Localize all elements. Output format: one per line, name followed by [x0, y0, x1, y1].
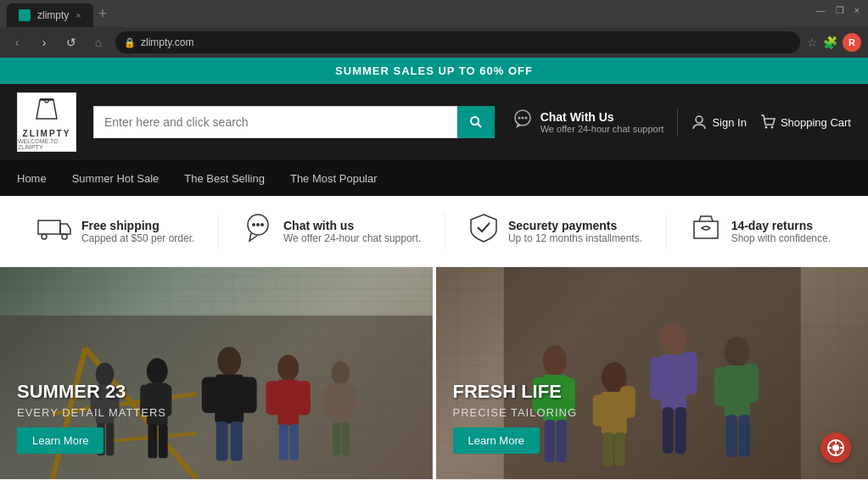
shipping-text: Free shipping Capped at $50 per order.: [81, 219, 194, 244]
bookmark-btn[interactable]: ☆: [807, 36, 818, 49]
extensions-btn[interactable]: 🧩: [823, 36, 837, 49]
browser-chrome: zlimpty × + — ❐ × ‹ › ↺ ⌂ 🔒 zlimpty.com …: [0, 0, 868, 58]
cart-button[interactable]: Shopping Cart: [760, 114, 851, 130]
search-button[interactable]: [457, 106, 495, 138]
logo-subtitle: WELCOME TO ZLIMPTY: [18, 138, 76, 150]
back-button[interactable]: ‹: [7, 36, 27, 49]
hero-left-banner: SUMMER 23 EVERY DETAIL MATTERS Learn Mor…: [0, 267, 433, 479]
returns-title: 14-day returns: [731, 219, 831, 232]
svg-point-6: [524, 117, 527, 120]
svg-rect-63: [602, 433, 613, 466]
promo-banner: SUMMER SALES UP TO 60% OFF: [0, 58, 868, 84]
divider-3: [666, 213, 667, 249]
header-actions: Chat With Us We offer 24-hour chat suppo…: [512, 109, 851, 136]
features-bar: Free shipping Capped at $50 per order. C…: [0, 196, 868, 267]
svg-point-53: [542, 345, 566, 376]
address-bar[interactable]: 🔒 zlimpty.com: [115, 31, 800, 53]
new-tab-button[interactable]: +: [98, 6, 108, 21]
browser-controls: ‹ › ↺ ⌂ 🔒 zlimpty.com ☆ 🧩 R: [0, 27, 868, 58]
active-tab[interactable]: zlimpty ×: [7, 3, 93, 27]
navigation-bar: Home Summer Hot Sale The Best Selling Th…: [0, 160, 868, 196]
hero-right-tag: FRESH LIFE: [453, 381, 578, 403]
hero-left-sub: EVERY DETAIL MATTERS: [17, 406, 166, 419]
svg-point-78: [832, 444, 839, 451]
svg-rect-75: [725, 415, 736, 457]
sign-in-label: Sign In: [712, 116, 746, 129]
svg-point-9: [770, 126, 773, 129]
nav-item-most-popular[interactable]: The Most Popular: [290, 162, 378, 195]
svg-rect-45: [289, 424, 299, 460]
chat-feature-text: Chat with us We offer 24-hour chat suppo…: [283, 219, 421, 244]
cart-label: Shopping Cart: [781, 116, 851, 129]
feature-returns: 14-day returns Shop with confidence.: [691, 213, 831, 249]
nav-item-best-selling[interactable]: The Best Selling: [184, 162, 265, 195]
header-divider: [677, 109, 678, 136]
svg-point-7: [696, 116, 703, 123]
svg-line-2: [478, 124, 481, 127]
address-lock-icon: 🔒: [124, 37, 136, 48]
tab-title: zlimpty: [37, 9, 69, 21]
window-close[interactable]: ×: [854, 5, 860, 16]
feature-payments: Securety payments Up to 12 months instal…: [469, 213, 642, 249]
search-bar: [93, 106, 495, 138]
svg-rect-64: [614, 433, 624, 466]
nav-item-home[interactable]: Home: [17, 162, 47, 195]
site-header: ZLIMPTY WELCOME TO ZLIMPTY Cha: [0, 84, 868, 160]
svg-point-11: [42, 234, 47, 239]
home-button[interactable]: ⌂: [88, 36, 109, 49]
svg-point-71: [724, 337, 749, 367]
chat-feature-title: Chat with us: [283, 219, 421, 232]
feature-shipping: Free shipping Capped at $50 per order.: [37, 213, 194, 249]
chat-title: Chat With Us: [540, 110, 664, 124]
nav-item-hot-sale[interactable]: Summer Hot Sale: [72, 162, 160, 195]
tab-close-btn[interactable]: ×: [76, 10, 81, 20]
hero-left-content: SUMMER 23 EVERY DETAIL MATTERS Learn Mor…: [17, 381, 166, 454]
chat-subtitle: We offer 24-hour chat support: [540, 124, 664, 134]
window-restore[interactable]: ❐: [836, 5, 844, 16]
logo-name: ZLIMPTY: [23, 129, 71, 138]
chat-widget: Chat With Us We offer 24-hour chat suppo…: [512, 109, 664, 136]
shipping-title: Free shipping: [81, 219, 194, 232]
svg-point-1: [471, 117, 479, 125]
returns-text: 14-day returns Shop with confidence.: [731, 219, 831, 244]
hero-right-cta[interactable]: Learn More: [453, 427, 540, 454]
profile-button[interactable]: R: [843, 33, 861, 52]
svg-rect-43: [296, 381, 311, 415]
svg-rect-69: [662, 407, 673, 454]
logo-image: [33, 95, 60, 127]
svg-rect-62: [619, 386, 635, 418]
svg-rect-50: [333, 423, 340, 456]
search-input[interactable]: [93, 106, 457, 138]
reload-button[interactable]: ↺: [61, 36, 81, 49]
svg-rect-49: [344, 386, 356, 416]
svg-rect-35: [215, 374, 244, 423]
svg-rect-70: [675, 407, 686, 454]
svg-rect-61: [592, 394, 608, 427]
payments-text: Securety payments Up to 12 months instal…: [508, 219, 642, 244]
browser-tabs: zlimpty × + — ❐ ×: [0, 0, 868, 27]
hero-left-tag: SUMMER 23: [17, 381, 166, 403]
svg-rect-41: [277, 380, 299, 426]
window-minimize[interactable]: —: [816, 5, 826, 16]
svg-point-8: [764, 126, 767, 129]
browser-actions: ☆ 🧩 R: [807, 33, 861, 52]
hero-section: SUMMER 23 EVERY DETAIL MATTERS Learn Mor…: [0, 267, 868, 479]
svg-rect-68: [680, 352, 697, 394]
payments-title: Securety payments: [508, 219, 642, 232]
svg-point-4: [518, 117, 520, 120]
site-logo[interactable]: ZLIMPTY WELCOME TO ZLIMPTY: [17, 92, 76, 152]
chat-info: Chat With Us We offer 24-hour chat suppo…: [540, 110, 664, 134]
returns-icon: [691, 213, 721, 249]
fab-button[interactable]: [820, 433, 851, 463]
sign-in-button[interactable]: Sign In: [692, 114, 746, 130]
payments-icon: [469, 213, 498, 249]
hero-left-cta[interactable]: Learn More: [17, 427, 104, 454]
svg-rect-39: [231, 421, 243, 460]
svg-rect-38: [216, 421, 228, 460]
svg-rect-67: [649, 357, 666, 399]
hero-right-content: FRESH LIFE PRECISE TAILORING Learn More: [453, 381, 578, 454]
feature-chat: Chat with us We offer 24-hour chat suppo…: [243, 213, 421, 249]
svg-rect-36: [202, 377, 219, 413]
divider-1: [218, 213, 219, 249]
forward-button[interactable]: ›: [34, 36, 54, 49]
